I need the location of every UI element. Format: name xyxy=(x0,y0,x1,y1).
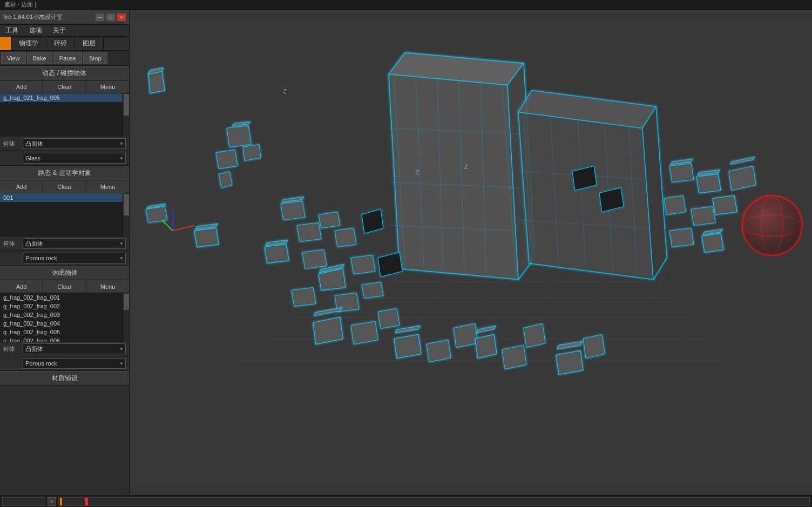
static-btn-row: Add Clear Menu xyxy=(0,180,129,193)
svg-marker-53 xyxy=(335,228,356,247)
viewport[interactable]: Z Z Z xyxy=(130,10,812,495)
static-shape-row: 何体 凸面体 xyxy=(0,236,129,251)
bake-button[interactable]: Bake xyxy=(27,52,52,64)
sleep-material-select[interactable]: Porous rock xyxy=(23,358,126,369)
tab-fracture[interactable]: 碎碎 xyxy=(46,37,75,50)
sleep-scrollbar[interactable] xyxy=(123,293,129,342)
dynamic-scrollbar[interactable] xyxy=(123,93,129,137)
dynamic-material-row: Glass xyxy=(0,151,129,166)
sleep-add-button[interactable]: Add xyxy=(0,280,43,293)
static-section-header: 静态 & 运动学对象 xyxy=(0,166,129,180)
timeline-red-marker xyxy=(85,498,88,505)
svg-marker-89 xyxy=(583,335,605,359)
sleep-menu-button[interactable]: Menu xyxy=(86,280,129,293)
menu-options[interactable]: 选项 xyxy=(26,25,45,36)
dynamic-section-header: 动态 / 碰撞物体 xyxy=(0,66,129,80)
svg-marker-42 xyxy=(216,150,238,169)
svg-marker-65 xyxy=(696,174,721,193)
dynamic-add-button[interactable]: Add xyxy=(0,80,43,93)
svg-marker-72 xyxy=(669,228,694,247)
sleep-material-row: Porous rock xyxy=(0,356,129,371)
toolbar: View Bake Pause Stop xyxy=(0,51,129,66)
svg-marker-54 xyxy=(265,245,289,263)
tab-layers[interactable]: 图层 xyxy=(75,37,104,50)
svg-marker-87 xyxy=(556,351,583,375)
tab-bar: 物理学 碎碎 图层 xyxy=(0,37,129,51)
static-scrollbar[interactable] xyxy=(123,193,129,236)
svg-marker-81 xyxy=(427,340,451,362)
sleep-list[interactable]: g_frag_002_frag_001 g_frag_002_frag_002 … xyxy=(0,293,123,342)
sleep-list-item-3[interactable]: g_frag_002_frag_004 xyxy=(0,319,123,328)
sleep-list-item-2[interactable]: g_frag_002_frag_003 xyxy=(0,310,123,319)
svg-marker-62 xyxy=(362,282,383,299)
dynamic-shape-select[interactable]: 凸面体 xyxy=(23,138,126,149)
static-add-button[interactable]: Add xyxy=(0,180,43,193)
menu-about[interactable]: 关于 xyxy=(50,25,69,36)
svg-marker-85 xyxy=(502,346,526,369)
close-button[interactable]: × xyxy=(117,13,126,21)
static-material-select-wrapper: Porous rock xyxy=(23,253,126,263)
sleep-shape-label: 何体 xyxy=(3,345,19,353)
svg-marker-28 xyxy=(518,112,653,280)
svg-point-98 xyxy=(742,196,802,255)
sleep-btn-row: Add Clear Menu xyxy=(0,280,129,293)
timeline-indicator xyxy=(60,498,62,505)
svg-marker-45 xyxy=(146,207,167,223)
window-title-text: fire 1.84.01小杰设计室 xyxy=(3,13,63,21)
dynamic-list-container: g_frag_021_frag_005 xyxy=(0,93,129,137)
dynamic-clear-button[interactable]: Clear xyxy=(43,80,86,93)
minimize-button[interactable]: — xyxy=(96,13,104,21)
stop-button[interactable]: Stop xyxy=(83,52,107,64)
tab-active-icon[interactable] xyxy=(0,37,11,50)
svg-marker-44 xyxy=(243,145,261,161)
sleep-list-item-1[interactable]: g_frag_002_frag_002 xyxy=(0,302,123,310)
svg-marker-63 xyxy=(669,164,694,182)
sleep-list-item-4[interactable]: g_frag_002_frag_005 xyxy=(0,328,123,336)
sleep-clear-button[interactable]: Clear xyxy=(43,280,86,293)
static-list-item-0[interactable]: 001 xyxy=(0,193,123,202)
dynamic-list-item-0[interactable]: g_frag_021_frag_005 xyxy=(0,93,123,102)
svg-marker-47 xyxy=(194,228,219,247)
dynamic-scrollbar-thumb xyxy=(124,94,129,116)
global-title-text: 素材 · 边面 ] xyxy=(4,1,36,9)
static-material-select[interactable]: Porous rock xyxy=(23,253,126,263)
view-button[interactable]: View xyxy=(1,52,26,64)
sleep-shape-select[interactable]: 凸面体 xyxy=(23,343,126,354)
menu-bar: 工具 选项 关于 xyxy=(0,25,129,37)
maximize-button[interactable]: □ xyxy=(106,13,115,21)
sleep-list-container: g_frag_002_frag_001 g_frag_002_frag_002 … xyxy=(0,293,129,342)
svg-text:Z: Z xyxy=(464,164,468,170)
dynamic-material-select-wrapper: Glass xyxy=(23,153,126,164)
tab-physics[interactable]: 物理学 xyxy=(11,37,46,50)
svg-marker-43 xyxy=(219,172,232,188)
static-list-container: 001 xyxy=(0,193,129,236)
svg-marker-49 xyxy=(281,201,305,220)
svg-marker-52 xyxy=(319,212,340,228)
static-clear-button[interactable]: Clear xyxy=(43,180,86,193)
static-menu-button[interactable]: Menu xyxy=(86,180,129,193)
dynamic-material-select[interactable]: Glass xyxy=(23,153,126,164)
sleep-list-item-5[interactable]: g_frag_002_frag_006 xyxy=(0,336,123,342)
viewport-svg: Z Z Z xyxy=(130,10,812,495)
dynamic-menu-button[interactable]: Menu xyxy=(86,80,129,93)
pause-button[interactable]: Pause xyxy=(53,52,82,64)
svg-text:Z: Z xyxy=(416,170,419,175)
window-controls: — □ × xyxy=(96,13,126,21)
menu-tools[interactable]: 工具 xyxy=(2,25,22,36)
timeline-arrow[interactable]: > xyxy=(48,497,56,506)
svg-marker-57 xyxy=(351,255,375,274)
frame-input[interactable] xyxy=(2,497,45,506)
svg-marker-69 xyxy=(713,196,737,215)
svg-marker-68 xyxy=(691,207,715,226)
static-list[interactable]: 001 xyxy=(0,193,123,236)
dynamic-list[interactable]: g_frag_021_frag_005 xyxy=(0,93,123,137)
svg-marker-78 xyxy=(378,309,400,329)
sleep-list-item-0[interactable]: g_frag_002_frag_001 xyxy=(0,293,123,302)
dynamic-shape-row: 何体 凸面体 xyxy=(0,137,129,151)
sleep-scrollbar-thumb xyxy=(124,294,129,310)
panel-scroll-area[interactable]: 动态 / 碰撞物体 Add Clear Menu g_frag_021_frag… xyxy=(0,66,129,495)
timeline-bar[interactable] xyxy=(58,497,810,506)
svg-marker-77 xyxy=(351,322,378,344)
static-shape-select[interactable]: 凸面体 xyxy=(23,238,126,249)
dynamic-shape-label: 何体 xyxy=(3,140,19,148)
